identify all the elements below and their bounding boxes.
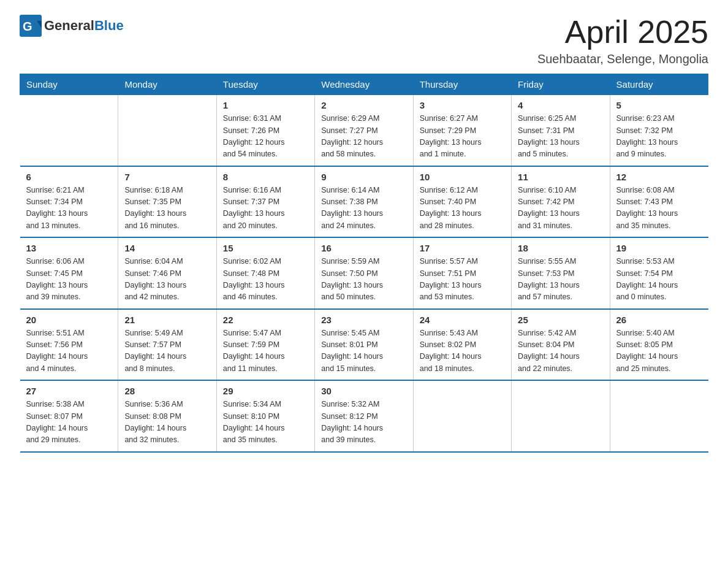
calendar-table: SundayMondayTuesdayWednesdayThursdayFrid…: [20, 74, 708, 453]
day-info: Sunrise: 5:38 AM Sunset: 8:07 PM Dayligh…: [26, 399, 112, 446]
day-info: Sunrise: 6:10 AM Sunset: 7:42 PM Dayligh…: [518, 185, 603, 232]
calendar-cell: 30Sunrise: 5:32 AM Sunset: 8:12 PM Dayli…: [315, 380, 413, 452]
calendar-cell: 14Sunrise: 6:04 AM Sunset: 7:46 PM Dayli…: [118, 237, 216, 309]
day-info: Sunrise: 5:40 AM Sunset: 8:05 PM Dayligh…: [616, 327, 702, 375]
day-number: 20: [26, 315, 112, 325]
calendar-cell: [413, 380, 511, 452]
day-number: 22: [223, 315, 308, 325]
calendar-week-row: 6Sunrise: 6:21 AM Sunset: 7:34 PM Daylig…: [20, 166, 708, 238]
weekday-header: Thursday: [413, 74, 511, 95]
day-info: Sunrise: 6:21 AM Sunset: 7:34 PM Dayligh…: [26, 185, 112, 232]
day-number: 10: [420, 172, 505, 182]
day-info: Sunrise: 5:42 AM Sunset: 8:04 PM Dayligh…: [518, 327, 603, 375]
calendar-cell: 16Sunrise: 5:59 AM Sunset: 7:50 PM Dayli…: [315, 237, 413, 309]
weekday-header-row: SundayMondayTuesdayWednesdayThursdayFrid…: [20, 74, 708, 95]
calendar-cell: 25Sunrise: 5:42 AM Sunset: 8:04 PM Dayli…: [512, 309, 610, 381]
calendar-cell: [610, 380, 708, 452]
day-info: Sunrise: 5:47 AM Sunset: 7:59 PM Dayligh…: [223, 327, 308, 375]
day-info: Sunrise: 6:12 AM Sunset: 7:40 PM Dayligh…: [420, 185, 505, 232]
title-block: April 2025 Suehbaatar, Selenge, Mongolia: [537, 15, 708, 66]
day-number: 17: [420, 243, 505, 253]
calendar-cell: 3Sunrise: 6:27 AM Sunset: 7:29 PM Daylig…: [413, 95, 511, 166]
calendar-cell: [118, 95, 216, 166]
weekday-header: Tuesday: [216, 74, 314, 95]
calendar-week-row: 13Sunrise: 6:06 AM Sunset: 7:45 PM Dayli…: [20, 237, 708, 309]
day-info: Sunrise: 6:18 AM Sunset: 7:35 PM Dayligh…: [124, 185, 210, 232]
day-info: Sunrise: 6:08 AM Sunset: 7:43 PM Dayligh…: [616, 185, 702, 232]
calendar-cell: 4Sunrise: 6:25 AM Sunset: 7:31 PM Daylig…: [512, 95, 610, 166]
day-info: Sunrise: 5:32 AM Sunset: 8:12 PM Dayligh…: [321, 399, 406, 446]
day-info: Sunrise: 6:02 AM Sunset: 7:48 PM Dayligh…: [223, 256, 308, 304]
day-number: 14: [124, 243, 210, 253]
day-info: Sunrise: 5:59 AM Sunset: 7:50 PM Dayligh…: [321, 256, 406, 304]
logo: G GeneralBlue: [20, 15, 124, 37]
calendar-cell: 10Sunrise: 6:12 AM Sunset: 7:40 PM Dayli…: [413, 166, 511, 238]
day-number: 4: [518, 100, 603, 110]
calendar-week-row: 27Sunrise: 5:38 AM Sunset: 8:07 PM Dayli…: [20, 380, 708, 452]
calendar-cell: 18Sunrise: 5:55 AM Sunset: 7:53 PM Dayli…: [512, 237, 610, 309]
day-number: 24: [420, 315, 505, 325]
day-info: Sunrise: 5:55 AM Sunset: 7:53 PM Dayligh…: [518, 256, 603, 304]
day-info: Sunrise: 5:36 AM Sunset: 8:08 PM Dayligh…: [124, 399, 210, 446]
day-number: 7: [124, 172, 210, 182]
calendar-cell: 22Sunrise: 5:47 AM Sunset: 7:59 PM Dayli…: [216, 309, 314, 381]
weekday-header: Monday: [118, 74, 216, 95]
day-number: 3: [420, 100, 505, 110]
day-info: Sunrise: 5:34 AM Sunset: 8:10 PM Dayligh…: [223, 399, 308, 446]
calendar-cell: 7Sunrise: 6:18 AM Sunset: 7:35 PM Daylig…: [118, 166, 216, 238]
weekday-header: Wednesday: [315, 74, 413, 95]
day-info: Sunrise: 6:29 AM Sunset: 7:27 PM Dayligh…: [321, 113, 406, 161]
calendar-cell: 12Sunrise: 6:08 AM Sunset: 7:43 PM Dayli…: [610, 166, 708, 238]
day-number: 25: [518, 315, 603, 325]
calendar-cell: 17Sunrise: 5:57 AM Sunset: 7:51 PM Dayli…: [413, 237, 511, 309]
day-info: Sunrise: 6:06 AM Sunset: 7:45 PM Dayligh…: [26, 256, 112, 304]
day-number: 11: [518, 172, 603, 182]
day-info: Sunrise: 6:16 AM Sunset: 7:37 PM Dayligh…: [223, 185, 308, 232]
day-info: Sunrise: 6:31 AM Sunset: 7:26 PM Dayligh…: [223, 113, 308, 161]
day-info: Sunrise: 5:51 AM Sunset: 7:56 PM Dayligh…: [26, 327, 112, 375]
logo-general: General: [44, 18, 94, 33]
day-info: Sunrise: 6:27 AM Sunset: 7:29 PM Dayligh…: [420, 113, 505, 161]
day-number: 28: [124, 386, 210, 396]
day-number: 19: [616, 243, 702, 253]
day-number: 30: [321, 386, 406, 396]
calendar-week-row: 1Sunrise: 6:31 AM Sunset: 7:26 PM Daylig…: [20, 95, 708, 166]
calendar-cell: 21Sunrise: 5:49 AM Sunset: 7:57 PM Dayli…: [118, 309, 216, 381]
day-number: 13: [26, 243, 112, 253]
logo-icon: G: [20, 15, 42, 37]
day-info: Sunrise: 6:14 AM Sunset: 7:38 PM Dayligh…: [321, 185, 406, 232]
calendar-cell: 23Sunrise: 5:45 AM Sunset: 8:01 PM Dayli…: [315, 309, 413, 381]
calendar-cell: 6Sunrise: 6:21 AM Sunset: 7:34 PM Daylig…: [20, 166, 118, 238]
day-number: 16: [321, 243, 406, 253]
day-number: 5: [616, 100, 702, 110]
calendar-cell: 2Sunrise: 6:29 AM Sunset: 7:27 PM Daylig…: [315, 95, 413, 166]
calendar-cell: 15Sunrise: 6:02 AM Sunset: 7:48 PM Dayli…: [216, 237, 314, 309]
calendar-week-row: 20Sunrise: 5:51 AM Sunset: 7:56 PM Dayli…: [20, 309, 708, 381]
calendar-cell: 1Sunrise: 6:31 AM Sunset: 7:26 PM Daylig…: [216, 95, 314, 166]
weekday-header: Saturday: [610, 74, 708, 95]
calendar-cell: 28Sunrise: 5:36 AM Sunset: 8:08 PM Dayli…: [118, 380, 216, 452]
day-info: Sunrise: 5:57 AM Sunset: 7:51 PM Dayligh…: [420, 256, 505, 304]
calendar-cell: 9Sunrise: 6:14 AM Sunset: 7:38 PM Daylig…: [315, 166, 413, 238]
day-info: Sunrise: 6:25 AM Sunset: 7:31 PM Dayligh…: [518, 113, 603, 161]
calendar-cell: 26Sunrise: 5:40 AM Sunset: 8:05 PM Dayli…: [610, 309, 708, 381]
day-info: Sunrise: 5:45 AM Sunset: 8:01 PM Dayligh…: [321, 327, 406, 375]
calendar-cell: [512, 380, 610, 452]
calendar-cell: 27Sunrise: 5:38 AM Sunset: 8:07 PM Dayli…: [20, 380, 118, 452]
calendar-cell: 5Sunrise: 6:23 AM Sunset: 7:32 PM Daylig…: [610, 95, 708, 166]
day-number: 26: [616, 315, 702, 325]
calendar-cell: 20Sunrise: 5:51 AM Sunset: 7:56 PM Dayli…: [20, 309, 118, 381]
svg-text:G: G: [23, 20, 32, 33]
calendar-cell: 29Sunrise: 5:34 AM Sunset: 8:10 PM Dayli…: [216, 380, 314, 452]
day-number: 21: [124, 315, 210, 325]
calendar-cell: 13Sunrise: 6:06 AM Sunset: 7:45 PM Dayli…: [20, 237, 118, 309]
weekday-header: Friday: [512, 74, 610, 95]
day-number: 9: [321, 172, 406, 182]
day-info: Sunrise: 5:53 AM Sunset: 7:54 PM Dayligh…: [616, 256, 702, 304]
day-info: Sunrise: 5:43 AM Sunset: 8:02 PM Dayligh…: [420, 327, 505, 375]
day-info: Sunrise: 6:04 AM Sunset: 7:46 PM Dayligh…: [124, 256, 210, 304]
logo-blue: Blue: [94, 18, 124, 33]
calendar-cell: [20, 95, 118, 166]
day-number: 2: [321, 100, 406, 110]
day-number: 29: [223, 386, 308, 396]
